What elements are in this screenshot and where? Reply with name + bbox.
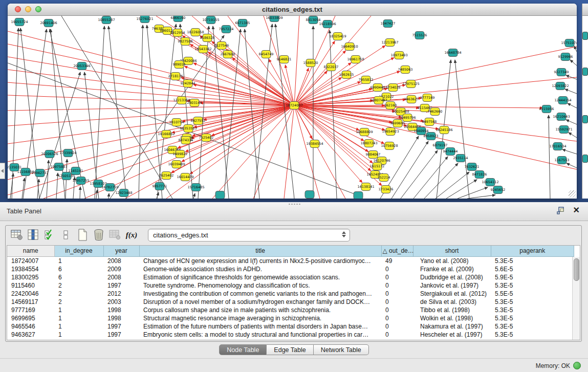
table-selector-dropdown[interactable]: citations_edges.txt: [148, 229, 350, 242]
graph-node[interactable]: 20206526: [41, 150, 58, 158]
graph-node[interactable]: 10855287: [98, 16, 115, 24]
column-header-in-degree[interactable]: in_degree: [54, 246, 103, 256]
graph-node[interactable]: 10719155: [202, 16, 219, 24]
function-builder-button[interactable]: f(x): [124, 228, 139, 242]
graph-node[interactable]: 9474444: [443, 148, 458, 156]
graph-node[interactable]: 12213967: [381, 39, 398, 47]
show-columns-button[interactable]: [26, 228, 40, 242]
table-settings-button[interactable]: [10, 228, 24, 242]
graph-node[interactable]: 19654923: [382, 128, 399, 136]
panel-collapse-tab[interactable]: [0, 163, 5, 179]
graph-node[interactable]: 6879197: [433, 142, 448, 149]
close-panel-button[interactable]: ✕: [573, 206, 580, 215]
graph-node[interactable]: 8215956: [539, 105, 554, 113]
graph-node[interactable]: 19384554: [306, 140, 323, 148]
graph-node[interactable]: 9129966: [558, 53, 573, 61]
graph-node[interactable]: 14138141: [357, 183, 374, 191]
graph-node[interactable]: 6671385: [235, 19, 250, 27]
graph-node[interactable]: 19218596: [319, 20, 336, 28]
table-row[interactable]: 1938455462009Genome-wide association stu…: [7, 265, 574, 273]
graph-node[interactable]: 15592971: [555, 126, 572, 134]
graph-node[interactable]: 1362615: [339, 71, 354, 79]
vertical-scrollbar[interactable]: [572, 257, 580, 340]
column-header-short[interactable]: short: [413, 246, 491, 256]
tab-network-table[interactable]: Network Table: [314, 344, 369, 355]
graph-node[interactable]: 12923448: [115, 189, 132, 197]
graph-node[interactable]: 7857224: [219, 26, 234, 33]
graph-node[interactable]: 8813054: [306, 16, 321, 24]
table-row[interactable]: 969969511998Structural magnetic resonanc…: [7, 314, 574, 322]
new-column-button[interactable]: [75, 228, 90, 242]
graph-node[interactable]: 9227349: [554, 69, 569, 76]
graph-node[interactable]: 1588520: [303, 59, 318, 67]
column-header-name[interactable]: name: [7, 246, 54, 256]
graph-node[interactable]: 9245652: [491, 186, 506, 194]
graph-node[interactable]: 6466160: [171, 16, 186, 22]
graph-node[interactable]: 18226058: [187, 29, 204, 36]
graph-node[interactable]: 9777169: [420, 94, 435, 102]
table-row[interactable]: 911546021997Tourette syndrome. Phenomeno…: [7, 281, 574, 290]
graph-node[interactable]: 989016: [173, 61, 186, 69]
graph-node[interactable]: 8186328: [200, 34, 215, 42]
delete-column-button[interactable]: [92, 228, 106, 242]
graph-node[interactable]: 8322037: [324, 63, 339, 71]
column-header-title[interactable]: title: [139, 246, 381, 256]
graph-node[interactable]: 16640910: [341, 43, 358, 51]
graph-node[interactable]: [305, 191, 314, 199]
graph-node[interactable]: 15751074: [561, 39, 577, 47]
graph-node[interactable]: 12093822: [552, 82, 569, 90]
graph-node[interactable]: 17975125: [402, 80, 419, 88]
graph-node[interactable]: 12444154: [554, 97, 571, 104]
graph-node[interactable]: 20691406: [40, 19, 57, 27]
column-header-out-de-[interactable]: △ out_de…: [381, 246, 413, 256]
scrollbar-thumb[interactable]: [574, 258, 579, 281]
network-window-titlebar[interactable]: citations_edges.txt: [8, 4, 577, 16]
graph-node[interactable]: 16961758: [347, 56, 364, 63]
graph-node[interactable]: 8127546: [214, 42, 229, 50]
column-header-year[interactable]: year: [103, 246, 139, 256]
float-panel-button[interactable]: [556, 207, 565, 215]
graph-node[interactable]: 9463627: [404, 96, 419, 103]
tab-node-table[interactable]: Node Table: [219, 344, 267, 355]
graph-node[interactable]: 252214: [378, 174, 390, 182]
window-resize-grip[interactable]: [569, 190, 576, 198]
table-row[interactable]: 946362711997Embryonic stem cells: a mode…: [7, 331, 574, 339]
graph-node[interactable]: 6497568: [422, 118, 437, 126]
graph-node[interactable]: 7955812: [359, 76, 374, 84]
graph-node[interactable]: 18807243: [360, 140, 377, 147]
graph-node[interactable]: 1733426: [379, 186, 394, 193]
graph-node[interactable]: [354, 192, 363, 199]
tab-edge-table[interactable]: Edge Table: [267, 344, 313, 355]
graph-node[interactable]: 18325419: [329, 33, 346, 40]
graph-node[interactable]: 20053346: [73, 62, 90, 70]
graph-node[interactable]: 7525402: [199, 134, 214, 142]
table-row[interactable]: 1456911722003Disruption of a novel membe…: [7, 298, 574, 306]
graph-node[interactable]: 1047427: [381, 20, 396, 28]
graph-node[interactable]: 15716485: [187, 184, 204, 191]
select-all-button[interactable]: [42, 228, 57, 242]
graph-node[interactable]: 16543382: [194, 46, 211, 53]
graph-node[interactable]: 162160: [384, 102, 397, 110]
graph-node[interactable]: 1167553: [555, 157, 570, 164]
graph-node[interactable]: 8471826: [472, 171, 487, 179]
graph-node[interactable]: 19975887: [50, 163, 67, 171]
splitter-handle[interactable]: [288, 203, 300, 205]
graph-node[interactable]: 8454749: [259, 51, 274, 58]
unselect-all-button[interactable]: [59, 228, 73, 242]
table-row[interactable]: 1830029562008Estimation of significance …: [7, 273, 574, 281]
graph-node[interactable]: 17016534: [549, 143, 566, 150]
graph-node[interactable]: 19055724: [11, 18, 28, 26]
import-table-button[interactable]: [108, 228, 122, 242]
graph-node[interactable]: 10654112: [482, 179, 498, 186]
graph-node[interactable]: 10688809: [356, 128, 373, 136]
graph-node[interactable]: 9857771: [153, 183, 167, 190]
graph-node[interactable]: 17339924: [59, 149, 76, 157]
graph-node[interactable]: 15276021: [136, 16, 153, 23]
network-canvas[interactable]: 1872400774638228860124891295418226058982…: [8, 16, 577, 199]
graph-node[interactable]: [215, 191, 225, 199]
graph-node[interactable]: 18245186: [435, 126, 452, 134]
graph-node[interactable]: 16033809: [266, 16, 282, 22]
graph-node[interactable]: 7485063: [398, 66, 413, 74]
graph-node[interactable]: 16210643: [553, 113, 570, 121]
table-row[interactable]: 977716911998Corpus callosum shape and si…: [7, 306, 574, 314]
